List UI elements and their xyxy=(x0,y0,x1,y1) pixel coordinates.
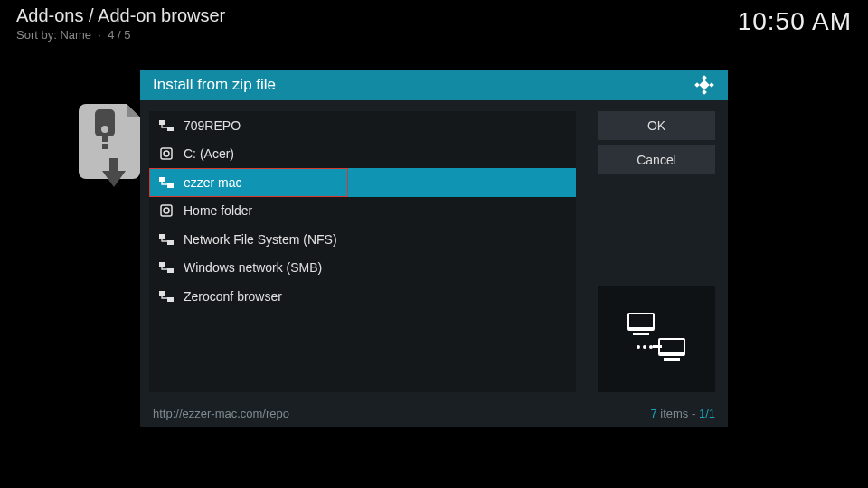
dialog-statusbar: http://ezzer-mac.com/repo 7 items - 1/1 xyxy=(140,399,728,427)
svg-rect-17 xyxy=(159,262,165,267)
svg-rect-19 xyxy=(159,291,165,296)
preview-thumbnail xyxy=(598,286,715,392)
svg-point-1 xyxy=(101,126,108,133)
svg-rect-26 xyxy=(664,358,680,361)
network-icon xyxy=(158,120,175,131)
svg-rect-8 xyxy=(167,127,174,131)
cancel-button[interactable]: Cancel xyxy=(598,145,715,174)
svg-rect-7 xyxy=(159,120,165,125)
svg-rect-9 xyxy=(161,148,172,159)
svg-rect-22 xyxy=(629,314,653,327)
list-item[interactable]: C: (Acer) xyxy=(149,140,576,169)
ok-button[interactable]: OK xyxy=(598,111,715,140)
list-item[interactable]: Home folder xyxy=(149,197,576,226)
list-item[interactable]: Network File System (NFS) xyxy=(149,225,576,254)
kodi-logo-icon xyxy=(693,74,715,96)
dialog-title: Install from zip file xyxy=(153,76,276,94)
list-item-label: 709REPO xyxy=(184,118,241,133)
disk-icon xyxy=(158,147,175,160)
install-from-zip-dialog: Install from zip file 709REPOC: (Acer)ez… xyxy=(140,70,728,427)
list-item[interactable]: Windows network (SMB) xyxy=(149,254,576,283)
list-item-label: Windows network (SMB) xyxy=(184,260,322,275)
svg-rect-2 xyxy=(702,75,707,80)
svg-point-27 xyxy=(637,345,640,349)
list-item-label: C: (Acer) xyxy=(184,146,234,161)
window-header: Add-ons / Add-on browser Sort by: Name ·… xyxy=(16,5,225,42)
breadcrumb: Add-ons / Add-on browser xyxy=(16,5,225,26)
dialog-titlebar: Install from zip file xyxy=(140,70,728,100)
disk-icon xyxy=(158,204,175,217)
network-share-icon xyxy=(620,307,693,371)
svg-point-29 xyxy=(649,345,653,349)
file-list[interactable]: 709REPOC: (Acer)ezzer macHome folderNetw… xyxy=(149,111,576,392)
svg-rect-20 xyxy=(167,297,174,302)
dialog-side-panel: OK Cancel xyxy=(598,111,715,392)
svg-point-28 xyxy=(643,345,646,349)
zip-download-icon xyxy=(77,104,149,192)
svg-rect-25 xyxy=(660,340,684,352)
svg-rect-6 xyxy=(699,80,709,89)
list-item[interactable]: Zeroconf browser xyxy=(149,282,576,311)
list-item-label: Home folder xyxy=(184,203,252,218)
svg-rect-30 xyxy=(653,345,662,348)
svg-rect-15 xyxy=(159,234,165,239)
list-item[interactable]: ezzer mac xyxy=(149,168,576,197)
svg-rect-18 xyxy=(167,268,174,273)
svg-rect-5 xyxy=(702,89,707,95)
sort-indicator: Sort by: Name · 4 / 5 xyxy=(16,28,225,42)
svg-rect-13 xyxy=(161,205,172,216)
svg-rect-16 xyxy=(167,240,174,245)
status-count: 7 items - 1/1 xyxy=(650,407,715,420)
list-item-label: Network File System (NFS) xyxy=(184,232,337,247)
svg-point-14 xyxy=(164,208,169,213)
status-path: http://ezzer-mac.com/repo xyxy=(153,407,289,420)
network-icon xyxy=(158,234,175,245)
network-icon xyxy=(158,291,175,302)
list-item-label: Zeroconf browser xyxy=(184,289,282,304)
svg-rect-3 xyxy=(694,82,700,88)
svg-rect-4 xyxy=(709,82,714,88)
svg-rect-23 xyxy=(633,333,649,335)
clock: 10:50 AM xyxy=(738,7,852,36)
network-icon xyxy=(158,262,175,273)
svg-point-10 xyxy=(164,151,169,156)
list-item[interactable]: 709REPO xyxy=(149,111,576,140)
